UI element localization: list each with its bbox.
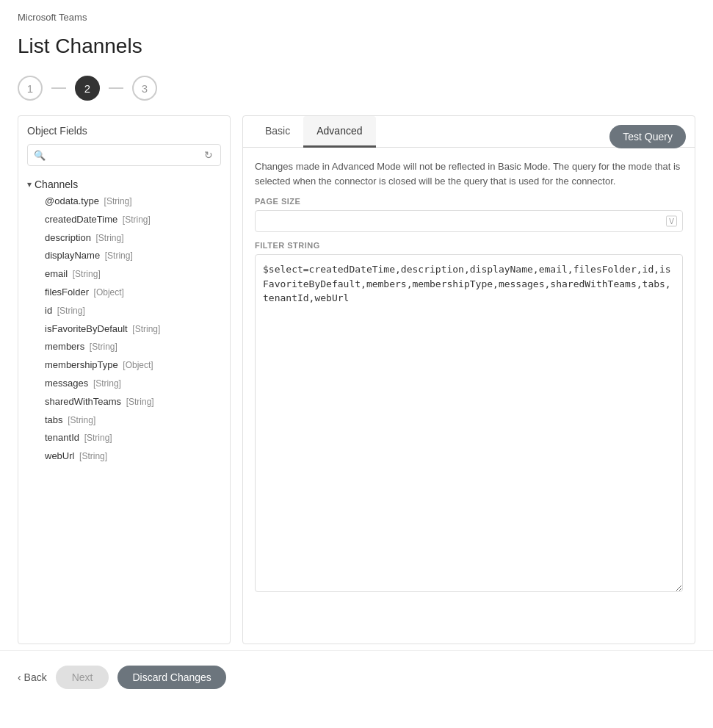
step-connector-2 xyxy=(109,87,123,89)
back-button[interactable]: ‹ Back xyxy=(18,671,47,683)
list-item: messages [String] xyxy=(42,375,221,393)
list-item: @odata.type [String] xyxy=(42,192,221,211)
list-item: members [String] xyxy=(42,338,221,356)
filter-string-section: FILTER STRING $select=createdDateTime,de… xyxy=(243,241,695,606)
tree-root-label: Channels xyxy=(35,179,78,190)
breadcrumb: Microsoft Teams xyxy=(0,0,713,29)
list-item: createdDateTime [String] xyxy=(42,211,221,229)
filter-string-label: FILTER STRING xyxy=(255,241,683,250)
page-size-input-wrapper: V xyxy=(255,210,683,232)
list-item: id [String] xyxy=(42,302,221,320)
breadcrumb-link[interactable]: Microsoft Teams xyxy=(18,12,87,23)
search-icon: 🔍 xyxy=(34,150,46,161)
refresh-button[interactable]: ↻ xyxy=(203,148,214,162)
tab-advanced[interactable]: Advanced xyxy=(303,116,375,148)
object-fields-title: Object Fields xyxy=(27,125,221,137)
list-item: email [String] xyxy=(42,265,221,284)
list-item: sharedWithTeams [String] xyxy=(42,393,221,411)
variable-icon: V xyxy=(666,216,677,227)
list-item: filesFolder [Object] xyxy=(42,284,221,302)
list-item: tabs [String] xyxy=(42,411,221,430)
tree-children: @odata.type [String] createdDateTime [St… xyxy=(27,192,221,466)
list-item: description [String] xyxy=(42,229,221,248)
page-size-label: PAGE SIZE xyxy=(255,197,683,206)
tree-root-channels[interactable]: ▾ Channels xyxy=(27,176,221,192)
test-query-button[interactable]: Test Query xyxy=(609,125,686,148)
main-content: Object Fields 🔍 ↻ ▾ Channels @odata.type… xyxy=(0,115,713,644)
step-connector-1 xyxy=(51,87,66,89)
footer: ‹ Back Next Discard Changes xyxy=(0,650,713,704)
list-item: membershipType [Object] xyxy=(42,356,221,375)
filter-string-input[interactable]: $select=createdDateTime,description,disp… xyxy=(255,254,683,592)
tab-basic[interactable]: Basic xyxy=(252,116,303,148)
step-1: 1 xyxy=(18,76,43,101)
warning-message: Changes made in Advanced Mode will not b… xyxy=(243,148,695,197)
step-2: 2 xyxy=(75,76,100,101)
list-item: isFavoriteByDefault [String] xyxy=(42,320,221,339)
list-item: tenantId [String] xyxy=(42,429,221,447)
right-panel: Test Query Basic Advanced Changes made i… xyxy=(242,115,695,644)
chevron-down-icon: ▾ xyxy=(27,179,32,190)
step-3: 3 xyxy=(132,76,157,101)
search-input[interactable] xyxy=(48,150,203,161)
left-panel: Object Fields 🔍 ↻ ▾ Channels @odata.type… xyxy=(18,115,231,644)
page-title: List Channels xyxy=(0,29,713,70)
stepper: 1 2 3 xyxy=(0,70,713,115)
next-button: Next xyxy=(56,666,109,689)
tree-root-item: ▾ Channels @odata.type [String] createdD… xyxy=(27,175,221,467)
list-item: webUrl [String] xyxy=(42,447,221,466)
page-size-section: PAGE SIZE V xyxy=(243,197,695,241)
search-box: 🔍 ↻ xyxy=(27,144,221,166)
page-size-input[interactable] xyxy=(255,210,683,232)
discard-changes-button[interactable]: Discard Changes xyxy=(117,666,225,689)
list-item: displayName [String] xyxy=(42,247,221,265)
